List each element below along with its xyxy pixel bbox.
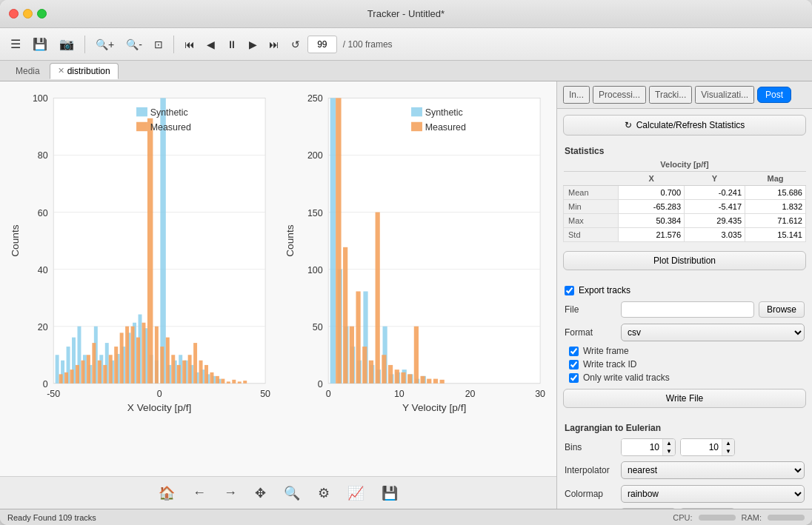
pan-chart-button[interactable]: ✥ — [250, 481, 270, 506]
forward-chart-button[interactable]: → — [219, 481, 242, 505]
svg-rect-63 — [142, 323, 145, 384]
format-row: Format csv tsv xml — [557, 321, 812, 344]
zoom-out-button[interactable]: 🔍- — [122, 36, 147, 53]
bins-y-field[interactable] — [681, 439, 722, 455]
export-tracks-row: Export tracks — [557, 282, 812, 298]
write-frame-checkbox[interactable] — [569, 347, 579, 356]
close-button[interactable] — [9, 9, 19, 19]
config-chart-button[interactable]: ⚙ — [313, 481, 334, 506]
zoom-chart-button[interactable]: 🔍 — [279, 481, 304, 506]
next-frame-button[interactable]: ▶ — [244, 36, 262, 53]
save-button[interactable]: 💾 — [28, 34, 52, 54]
lines-chart-button[interactable]: 📈 — [343, 481, 368, 506]
colormap-row: Colormap rainbow jet viridis hot — [557, 482, 812, 506]
tab-visualization[interactable]: Visualizati... — [695, 86, 754, 104]
svg-text:Synthetic: Synthetic — [150, 107, 188, 118]
write-file-button[interactable]: Write File — [563, 389, 806, 408]
svg-rect-76 — [216, 376, 219, 384]
svg-rect-0 — [53, 98, 265, 383]
svg-text:X Velocity [p/f]: X Velocity [p/f] — [127, 402, 192, 413]
svg-text:0: 0 — [157, 389, 162, 399]
bins-y-down[interactable]: ▼ — [722, 447, 734, 455]
browse-button[interactable]: Browse — [759, 301, 805, 318]
svg-rect-37 — [160, 98, 165, 383]
bins-x-up[interactable]: ▲ — [663, 439, 675, 447]
file-input[interactable] — [621, 301, 754, 318]
velocity-header-cell: Velocity [p/f] — [564, 158, 806, 172]
minimize-button[interactable] — [23, 9, 33, 19]
svg-rect-79 — [232, 380, 236, 384]
interpolator-select[interactable]: nearest linear cubic — [621, 461, 805, 479]
only-valid-label: Only write valid tracks — [583, 372, 670, 383]
menu-button[interactable]: ☰ — [6, 34, 25, 54]
titlebar: Tracker - Untitled* — [0, 0, 812, 28]
svg-text:100: 100 — [307, 265, 322, 275]
svg-text:Synthetic: Synthetic — [425, 107, 462, 118]
stat-label: Max — [564, 214, 619, 228]
svg-rect-105 — [330, 98, 335, 383]
svg-rect-127 — [382, 355, 386, 384]
bins-x-down[interactable]: ▼ — [663, 447, 675, 455]
save-chart-button[interactable]: 💾 — [377, 481, 402, 506]
only-valid-checkbox[interactable] — [569, 373, 579, 383]
stat-label: Min — [564, 200, 619, 214]
svg-rect-55 — [98, 361, 102, 384]
zoom-in-button[interactable]: 🔍+ — [91, 36, 119, 53]
svg-text:20: 20 — [465, 389, 475, 399]
svg-rect-137 — [411, 107, 422, 116]
camera-button[interactable]: 📷 — [55, 34, 79, 54]
last-frame-button[interactable]: ⏭ — [264, 36, 284, 53]
tab-in[interactable]: In... — [563, 86, 590, 104]
tab-post[interactable]: Post — [757, 87, 791, 103]
tab-close-icon[interactable]: ✕ — [58, 66, 64, 76]
bins-label: Bins — [565, 442, 616, 452]
bins-y-up[interactable]: ▲ — [722, 439, 734, 447]
lagrangian-title: Lagrangian to Eulerian — [557, 418, 812, 436]
svg-text:0: 0 — [317, 379, 322, 389]
back-chart-button[interactable]: ← — [188, 481, 210, 505]
separator-2 — [173, 36, 174, 53]
first-frame-button[interactable]: ⏮ — [180, 36, 199, 53]
pause-button[interactable]: ⏸ — [222, 36, 242, 53]
svg-rect-128 — [387, 365, 392, 384]
colormap-label: Colormap — [565, 489, 616, 499]
svg-rect-65 — [155, 327, 159, 384]
maximize-button[interactable] — [37, 9, 47, 19]
format-select[interactable]: csv tsv xml — [621, 324, 805, 341]
chart1-svg: 0 20 40 60 80 100 Counts -50 0 50 X Ve — [7, 89, 275, 438]
svg-rect-50 — [70, 369, 74, 384]
ram-progress — [768, 515, 805, 521]
calc-refresh-button[interactable]: ↻ Calculate/Refresh Statistics — [563, 115, 806, 136]
tab-processing[interactable]: Processi... — [593, 86, 646, 104]
export-tracks-checkbox[interactable] — [565, 286, 574, 295]
write-track-id-checkbox[interactable] — [569, 360, 579, 369]
svg-rect-131 — [407, 374, 412, 383]
separator-1 — [84, 36, 85, 53]
svg-rect-56 — [103, 365, 107, 384]
stats-table: Velocity [p/f] X Y Mag Mean 0.700 -0.241… — [563, 158, 806, 242]
svg-text:80: 80 — [38, 150, 48, 161]
svg-rect-82 — [136, 107, 147, 116]
frame-input[interactable] — [307, 36, 337, 53]
bins-x-field[interactable] — [622, 439, 662, 455]
tab-distribution[interactable]: ✕ distribution — [50, 63, 119, 79]
chart-x-velocity: 0 20 40 60 80 100 Counts -50 0 50 X Ve — [7, 89, 275, 469]
plot-distribution-button[interactable]: Plot Distribution — [563, 251, 806, 270]
svg-text:20: 20 — [38, 322, 48, 332]
interpolator-row: Interpolator nearest linear cubic — [557, 458, 812, 482]
fit-button[interactable]: ⊡ — [150, 36, 167, 53]
stat-x: 0.700 — [619, 186, 685, 200]
colormap-select[interactable]: rainbow jet viridis hot — [621, 485, 805, 503]
bins-x-arrows: ▲ ▼ — [662, 439, 675, 455]
svg-rect-135 — [433, 379, 437, 384]
home-chart-button[interactable]: 🏠 — [154, 481, 179, 506]
loop-button[interactable]: ↺ — [287, 36, 304, 53]
svg-rect-130 — [401, 372, 405, 384]
tab-tracking[interactable]: Tracki... — [649, 86, 692, 104]
main-window: Tracker - Untitled* ☰ 💾 📷 🔍+ 🔍- ⊡ ⏮ ◀ ⏸ … — [0, 0, 812, 525]
svg-rect-60 — [125, 327, 129, 384]
prev-frame-button[interactable]: ◀ — [202, 36, 219, 53]
tab-media[interactable]: Media — [6, 62, 50, 80]
svg-text:Y Velocity [p/f]: Y Velocity [p/f] — [402, 402, 465, 413]
stat-mag: 15.686 — [745, 186, 806, 200]
